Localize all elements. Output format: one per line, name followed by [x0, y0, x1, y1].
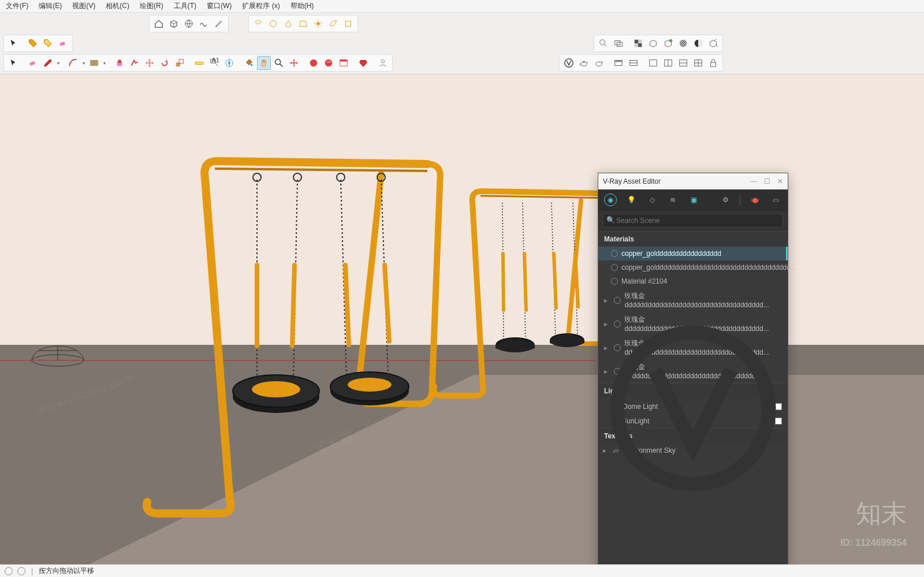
svg-line-73	[524, 254, 526, 310]
svg-rect-10	[638, 43, 642, 47]
menu-view[interactable]: 视图(V)	[70, 0, 98, 12]
teapot-icon[interactable]	[577, 56, 591, 70]
search-icon: 🔍	[606, 216, 615, 224]
svg-point-34	[381, 60, 384, 63]
compass-icon[interactable]	[222, 56, 236, 70]
svg-line-67	[480, 196, 610, 198]
status-bar: | 按方向拖动以平移	[0, 564, 924, 577]
wire-persp-icon[interactable]	[296, 17, 310, 31]
render-b-icon[interactable]	[627, 56, 640, 70]
svg-rect-12	[635, 43, 638, 47]
eraser-icon[interactable]	[56, 36, 70, 50]
globe-red-icon[interactable]	[307, 56, 321, 70]
menu-file[interactable]: 文件(F)	[3, 0, 31, 12]
svg-rect-21	[176, 62, 180, 66]
pencil-red-icon[interactable]	[41, 56, 55, 70]
vray-titlebar[interactable]: V-Ray Asset Editor — ☐ ✕	[598, 173, 788, 189]
teapot-stack-icon[interactable]	[592, 56, 606, 70]
dropdown-icon[interactable]: ▾	[56, 61, 61, 66]
tape-icon[interactable]	[192, 56, 206, 70]
view-preset-toolbar	[248, 15, 358, 32]
sphere-checker-icon[interactable]	[676, 36, 690, 50]
menu-camera[interactable]: 相机(C)	[103, 0, 132, 12]
vray-asset-editor[interactable]: V-Ray Asset Editor — ☐ ✕ ◉ 💡 ◇ ≋ ▣ ⚙ 🫖 ▭…	[598, 173, 788, 565]
vray-logo-icon[interactable]	[562, 56, 576, 70]
status-indicator-icon[interactable]	[17, 567, 25, 575]
eraser-pink-icon[interactable]	[26, 56, 40, 70]
bucket-icon[interactable]	[242, 56, 256, 70]
svg-rect-33	[340, 60, 348, 62]
vray-logo-icon	[598, 173, 788, 565]
wire-top-icon[interactable]	[251, 17, 265, 31]
svg-point-38	[596, 62, 602, 66]
sun-dot-icon[interactable]	[311, 17, 325, 31]
cube-add-icon[interactable]	[661, 36, 675, 50]
dropdown-icon[interactable]: ▾	[81, 61, 86, 66]
scale-icon[interactable]	[173, 56, 187, 70]
menu-tools[interactable]: 工具(T)	[172, 0, 199, 12]
svg-rect-5	[59, 42, 65, 46]
style-toolbar	[149, 15, 229, 32]
avatar-icon[interactable]	[376, 56, 390, 70]
vray-search: 🔍	[598, 210, 788, 231]
toolbar-area: ▾ ▾ ▾ A1	[0, 13, 924, 75]
select-rect-icon[interactable]	[612, 36, 625, 50]
cube-wire-icon[interactable]	[646, 36, 660, 50]
status-indicator-icon[interactable]	[5, 567, 13, 575]
hand-icon[interactable]	[257, 56, 271, 70]
pointer-icon[interactable]	[6, 36, 20, 50]
cube-icon[interactable]	[167, 17, 181, 31]
wave-icon[interactable]	[197, 17, 211, 31]
zoom-extents-icon[interactable]	[287, 56, 301, 70]
checker-icon[interactable]	[631, 36, 645, 50]
svg-point-30	[310, 59, 318, 67]
main-toolbar: ▾ ▾ ▾ A1	[3, 54, 393, 72]
window-1-icon[interactable]	[646, 56, 660, 70]
window-4-icon[interactable]	[691, 56, 705, 70]
label-a-icon[interactable]: A1	[207, 56, 221, 70]
svg-rect-42	[650, 60, 657, 66]
arc-icon[interactable]	[66, 56, 80, 70]
cube-out-icon[interactable]	[706, 36, 720, 50]
sphere-half-icon[interactable]	[691, 36, 705, 50]
gem-icon[interactable]	[356, 56, 370, 70]
menu-draw[interactable]: 绘图(R)	[137, 0, 166, 12]
lock-icon[interactable]	[706, 56, 720, 70]
zoom-icon[interactable]	[272, 56, 286, 70]
tag-icon[interactable]	[26, 36, 40, 50]
vray-search-input[interactable]	[603, 214, 783, 228]
display-mode-toolbar	[594, 35, 723, 52]
pointer-icon[interactable]	[6, 56, 20, 70]
menu-window[interactable]: 窗口(W)	[204, 0, 234, 12]
globe-lines-icon[interactable]	[182, 17, 196, 31]
svg-point-29	[293, 62, 295, 64]
quill-icon[interactable]	[212, 17, 226, 31]
menu-edit[interactable]: 编辑(E)	[36, 0, 64, 12]
svg-point-6	[600, 40, 605, 45]
viewport-3d[interactable]: www.znzmo.com 知末网 www.znzmo.com www.znzm…	[0, 75, 924, 565]
calendar-icon[interactable]	[337, 56, 351, 70]
svg-point-66	[348, 378, 392, 392]
wire-iso-icon[interactable]	[281, 17, 295, 31]
rect-grad-icon[interactable]	[87, 56, 101, 70]
window-3-icon[interactable]	[676, 56, 690, 70]
render-a-icon[interactable]	[612, 56, 625, 70]
cube-small-icon[interactable]	[341, 17, 355, 31]
move-red-icon[interactable]	[128, 56, 141, 70]
select-plus-icon[interactable]	[597, 36, 610, 50]
rotate-icon[interactable]	[158, 56, 172, 70]
wire-side-icon[interactable]	[266, 17, 280, 31]
leaf-icon[interactable]	[326, 17, 340, 31]
globe-red2-icon[interactable]	[322, 56, 336, 70]
pushpull-icon[interactable]	[113, 56, 126, 70]
menu-help[interactable]: 帮助(H)	[288, 0, 316, 12]
house-icon[interactable]	[152, 17, 166, 31]
toolbar-row-2	[3, 33, 921, 53]
search-tag-icon[interactable]	[41, 36, 55, 50]
menu-ext[interactable]: 扩展程序 (x)	[240, 0, 282, 12]
move-4-icon[interactable]	[143, 56, 157, 70]
window-2-icon[interactable]	[661, 56, 675, 70]
dropdown-icon[interactable]: ▾	[102, 61, 107, 66]
status-hint: 按方向拖动以平移	[39, 566, 94, 576]
vray-toolbar	[559, 54, 723, 72]
